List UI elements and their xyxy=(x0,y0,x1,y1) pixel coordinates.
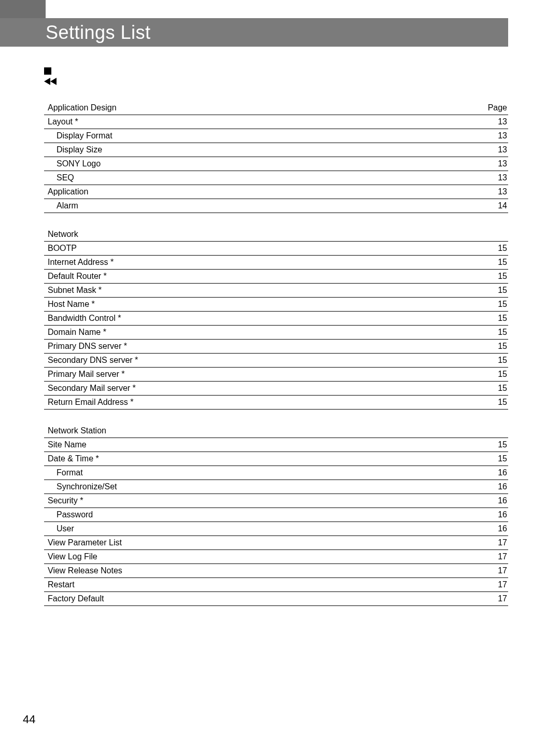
settings-row-label: Secondary DNS server * xyxy=(45,356,138,365)
header-bar: Settings List xyxy=(0,18,508,47)
settings-row-page: 13 xyxy=(486,145,507,154)
settings-row: Subnet Mask *15 xyxy=(44,284,508,298)
settings-row-label: Host Name * xyxy=(45,300,95,309)
settings-row-page: 17 xyxy=(486,594,507,603)
settings-table: Application DesignPageLayout *13Display … xyxy=(44,101,508,621)
settings-row-page: 15 xyxy=(486,328,507,337)
settings-row: SONY Logo13 xyxy=(44,157,508,171)
settings-row-page: 15 xyxy=(486,384,507,393)
settings-row-label: Site Name xyxy=(45,440,87,449)
settings-row-page: 15 xyxy=(486,272,507,281)
settings-row: Alarm14 xyxy=(44,199,508,213)
settings-row-page: 13 xyxy=(486,131,507,140)
settings-row: View Release Notes17 xyxy=(44,564,508,578)
settings-row-page: 15 xyxy=(486,454,507,463)
settings-row-page: 16 xyxy=(486,510,507,519)
settings-row-label: User xyxy=(45,524,74,533)
settings-row: Internet Address *15 xyxy=(44,256,508,270)
section-header-label: Network xyxy=(45,230,78,239)
settings-row-label: Layout * xyxy=(45,117,78,126)
settings-row-label: Alarm xyxy=(45,201,78,210)
settings-row-label: Subnet Mask * xyxy=(45,286,102,295)
settings-row-page: 17 xyxy=(486,580,507,589)
settings-row: Host Name *15 xyxy=(44,298,508,312)
settings-row: Display Format13 xyxy=(44,129,508,143)
rewind-icon xyxy=(44,78,59,85)
settings-row: Default Router *15 xyxy=(44,270,508,284)
settings-row: Security *16 xyxy=(44,494,508,508)
settings-row-page: 16 xyxy=(486,496,507,505)
settings-row: Display Size13 xyxy=(44,143,508,157)
settings-row-label: Secondary Mail server * xyxy=(45,384,136,393)
settings-row-page: 15 xyxy=(486,244,507,253)
settings-row: Date & Time *15 xyxy=(44,452,508,466)
settings-row-label: Primary DNS server * xyxy=(45,342,127,351)
svg-marker-1 xyxy=(50,78,57,85)
settings-row: BOOTP15 xyxy=(44,242,508,256)
settings-row-label: View Release Notes xyxy=(45,566,122,575)
settings-row-label: SEQ xyxy=(45,173,74,182)
settings-row-page: 15 xyxy=(486,342,507,351)
settings-row-label: Primary Mail server * xyxy=(45,370,124,379)
settings-row-page: 13 xyxy=(486,117,507,126)
settings-row-page: 13 xyxy=(486,187,507,196)
settings-row-page: 13 xyxy=(486,159,507,168)
settings-row: Primary DNS server *15 xyxy=(44,340,508,354)
settings-row-label: Domain Name * xyxy=(45,328,106,337)
settings-row-label: Format xyxy=(45,468,83,477)
settings-section: NetworkBOOTP15Internet Address *15Defaul… xyxy=(44,228,508,410)
section-header-label: Network Station xyxy=(45,426,106,435)
settings-row-page: 15 xyxy=(486,258,507,267)
settings-row-page: 15 xyxy=(486,300,507,309)
settings-row: Synchronize/Set16 xyxy=(44,480,508,494)
settings-row: View Parameter List17 xyxy=(44,536,508,550)
settings-row-page: 15 xyxy=(486,356,507,365)
settings-row-page: 15 xyxy=(486,286,507,295)
nav-icons xyxy=(44,67,59,85)
section-header-row: Network Station xyxy=(44,424,508,438)
settings-row-label: View Log File xyxy=(45,552,97,561)
settings-row-label: View Parameter List xyxy=(45,538,122,547)
settings-row-label: Date & Time * xyxy=(45,454,99,463)
settings-row: Secondary DNS server *15 xyxy=(44,354,508,368)
settings-row-page: 13 xyxy=(486,173,507,182)
settings-row-page: 17 xyxy=(486,538,507,547)
settings-row: Password16 xyxy=(44,508,508,522)
settings-row-page: 16 xyxy=(486,524,507,533)
settings-row-label: Bandwidth Control * xyxy=(45,314,121,323)
settings-row-page: 16 xyxy=(486,468,507,477)
settings-row-label: Return Email Address * xyxy=(45,398,133,407)
settings-row: Return Email Address *15 xyxy=(44,396,508,410)
settings-row-page: 15 xyxy=(486,398,507,407)
settings-row-label: BOOTP xyxy=(45,244,77,253)
settings-row-label: Restart xyxy=(45,580,75,589)
settings-row-label: Internet Address * xyxy=(45,258,114,267)
settings-row: Factory Default17 xyxy=(44,592,508,606)
settings-row: Layout *13 xyxy=(44,115,508,129)
settings-row: Primary Mail server *15 xyxy=(44,368,508,382)
settings-row-page: 15 xyxy=(486,440,507,449)
settings-section: Network StationSite Name15Date & Time *1… xyxy=(44,424,508,606)
settings-row-label: Display Size xyxy=(45,145,102,154)
settings-row-label: Security * xyxy=(45,496,83,505)
settings-row-label: Application xyxy=(45,187,88,196)
settings-row-label: Default Router * xyxy=(45,272,107,281)
section-header-label: Application Design xyxy=(45,103,117,112)
settings-row-page: 15 xyxy=(486,314,507,323)
settings-row: View Log File17 xyxy=(44,550,508,564)
page-title: Settings List xyxy=(46,22,151,44)
settings-row: Domain Name *15 xyxy=(44,326,508,340)
settings-row-page: 17 xyxy=(486,566,507,575)
settings-row-page: 17 xyxy=(486,552,507,561)
page-column-header: Page xyxy=(486,103,507,112)
settings-row-page: 15 xyxy=(486,370,507,379)
page-number: 44 xyxy=(23,713,35,726)
document-page: Settings List Application DesignPageLayo… xyxy=(0,0,560,747)
settings-row: SEQ13 xyxy=(44,171,508,185)
settings-row-page: 16 xyxy=(486,482,507,491)
settings-row-label: Display Format xyxy=(45,131,113,140)
settings-row-page: 14 xyxy=(486,201,507,210)
stop-icon xyxy=(44,67,51,75)
svg-marker-0 xyxy=(44,78,50,85)
settings-row: Format16 xyxy=(44,466,508,480)
